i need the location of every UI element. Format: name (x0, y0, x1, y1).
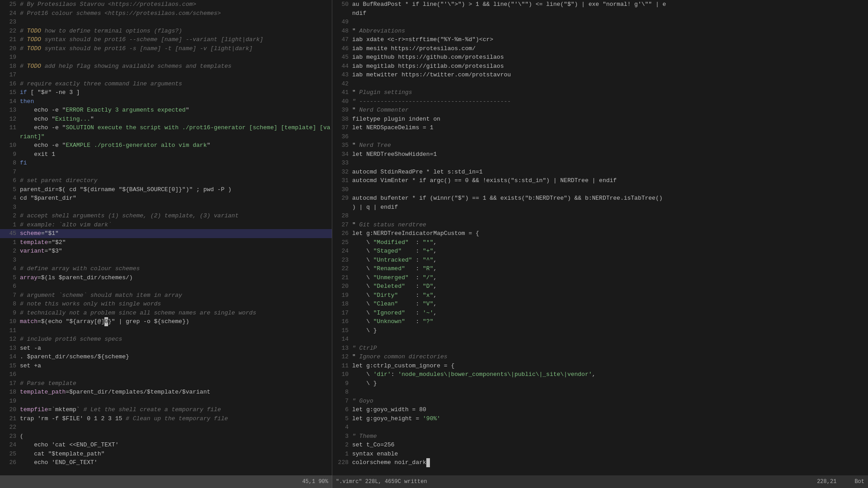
code-line: 7 # argument `scheme` should match item … (0, 291, 332, 300)
right-pane: 50 au BufReadPost * if line("'\">") > 1 … (332, 0, 868, 475)
code-line: 49 (332, 18, 868, 27)
code-line: 6 let g:goyo_width = 80 (332, 405, 868, 414)
code-line: 20 tempfile=`mktemp` # Let the shell cre… (0, 405, 332, 414)
code-line: 41 " Plugin settings (332, 88, 868, 97)
editor-container: 25 # By Protesilaos Stavrou <https://pro… (0, 0, 868, 475)
code-line-last: 228 colorscheme noir_dark (332, 458, 868, 467)
code-line: 4 # define array with colour schemes (0, 264, 332, 273)
code-line: 25 \ "Modified" : "*", (332, 238, 868, 247)
code-line: 12 " Ignore common directories (332, 352, 868, 361)
code-line: 35 " Nerd Tree (332, 141, 868, 150)
code-line: 3 " Theme (332, 432, 868, 441)
right-status-file: ".vimrc" 228L, 4659C written (336, 479, 427, 485)
code-line: 36 (332, 132, 868, 141)
code-line: 16 \ "Unknown" : "?" (332, 317, 868, 326)
status-left: 45,1 90% (0, 475, 332, 488)
code-line: 15 \ } (332, 326, 868, 335)
code-line: 11 echo -e "SOLUTION execute the script … (0, 123, 332, 132)
code-line: 18 \ "Clean" : "V", (332, 300, 868, 309)
code-line: 26 let g:NERDTreeIndicatorMapCustom = { (332, 229, 868, 238)
code-line: 42 (332, 80, 868, 89)
code-line: 15 set +a (0, 361, 332, 371)
code-line: 27 " Git status nerdtree (332, 221, 868, 230)
code-line: 5 let g:goyo_height = '90%' (332, 414, 868, 423)
code-line: 10 \ 'dir': 'node_modules\|bower_compone… (332, 370, 868, 379)
left-status-position: 45,1 90% (302, 479, 328, 485)
right-status-bot: Bot (854, 479, 864, 485)
code-line: 15 if [ "$#" -ne 3 ] (0, 88, 332, 97)
code-line: 17 (0, 70, 332, 80)
code-line: 13 set -a (0, 344, 332, 353)
code-line: ndif (332, 9, 868, 18)
left-code-area[interactable]: 25 # By Protesilaos Stavrou <https://pro… (0, 0, 332, 475)
code-line: 10 echo -e "EXAMPLE ./prot16-generator a… (0, 141, 332, 150)
code-line: 16 # require exactly three command line … (0, 80, 332, 89)
status-right: ".vimrc" 228L, 4659C written 228,21 Bot (332, 475, 868, 488)
code-line: 9 exit 1 (0, 150, 332, 159)
code-line: 34 let NERDTreeShowHidden=1 (332, 150, 868, 159)
code-line: 3 (0, 256, 332, 265)
code-line: 6 (0, 282, 332, 291)
code-line: 17 # Parse template (0, 379, 332, 388)
statusbar: 45,1 90% ".vimrc" 228L, 4659C written 22… (0, 475, 868, 488)
code-line: 22 (0, 423, 332, 432)
code-line: 2 set t_Co=256 (332, 441, 868, 450)
code-line: 23 \ "Untracked" : "^", (332, 256, 868, 265)
code-line: 23 (0, 18, 332, 27)
code-line: 9 # technically not a problem since all … (0, 309, 332, 318)
code-line: 39 " Nerd Commenter (332, 106, 868, 115)
code-line: 1 syntax enable (332, 450, 868, 459)
code-line: 11 let g:ctrlp_custom_ignore = { (332, 361, 868, 371)
code-line: 25 cat "$template_path" (0, 450, 332, 459)
code-line: 18 # TODO add help flag showing availabl… (0, 62, 332, 71)
code-line-highlighted: 45 scheme="$1" (0, 229, 332, 238)
code-line: 12 echo "Exiting..." (0, 115, 332, 124)
code-line: 14 . $parent_dir/schemes/${scheme} (0, 352, 332, 361)
code-line: 20 # TODO syntax should be prot16 -s [na… (0, 44, 332, 53)
code-line: 19 (0, 53, 332, 62)
code-line: 23 ( (0, 432, 332, 441)
code-line: 3 (0, 203, 332, 212)
code-line: 5 array=$(ls $parent_dir/schemes/) (0, 273, 332, 282)
code-line: 38 filetype plugin indent on (332, 115, 868, 124)
code-line: 7 (0, 168, 332, 177)
code-line: 29 autocmd bufenter * if (winnr("$") == … (332, 194, 868, 203)
code-line: 17 \ "Ignored" : '~', (332, 309, 868, 318)
code-line: ) | q | endif (332, 203, 868, 212)
code-line: 32 autocmd StdinReadPre * let s:std_in=1 (332, 168, 868, 177)
code-line: 25 # By Protesilaos Stavrou <https://pro… (0, 0, 332, 9)
code-line: 8 # note this works only with single wor… (0, 300, 332, 309)
code-line: 8 fi (0, 159, 332, 168)
code-line: 37 let NERDSpaceDelims = 1 (332, 123, 868, 132)
code-line: 47 iab xdate <c-r>=strftime("%Y-%m-%d")<… (332, 35, 868, 44)
right-status-position: 228,21 (817, 479, 836, 485)
code-line: 14 (332, 335, 868, 344)
code-line: 6 # set parent directory (0, 176, 332, 185)
code-line: 50 au BufReadPost * if line("'\">") > 1 … (332, 0, 868, 9)
code-line: 43 iab metwitter https://twitter.com/pro… (332, 70, 868, 80)
code-line: 14 then (0, 97, 332, 106)
code-line: 2 variant="$3" (0, 247, 332, 256)
code-line: 33 (332, 159, 868, 168)
code-line: 1 template="$2" (0, 238, 332, 247)
code-line: 20 \ "Deleted" : "D", (332, 282, 868, 291)
code-line: 11 (0, 326, 332, 335)
code-line: 9 \ } (332, 379, 868, 388)
code-line: 1 # example: `alto vim dark` (0, 221, 332, 230)
code-line: 45 iab megithub https://github.com/prote… (332, 53, 868, 62)
code-line: 24 echo 'cat <<END_OF_TEXT' (0, 441, 332, 450)
code-line: 7 " Goyo (332, 397, 868, 406)
code-line: 24 # Prot16 colour schemes <https://prot… (0, 9, 332, 18)
code-line: 40 " -----------------------------------… (332, 97, 868, 106)
code-line: 26 echo 'END_OF_TEXT' (0, 458, 332, 467)
code-line: 21 \ "Unmerged" : "/", (332, 273, 868, 282)
code-line: 22 # TODO how to define terminal options… (0, 27, 332, 36)
code-line: 4 cd "$parent_dir" (0, 194, 332, 203)
code-line: 44 iab megitlab https://gitlab.com/prote… (332, 62, 868, 71)
code-line: 18 template_path=$parent_dir/templates/$… (0, 388, 332, 397)
code-line: 31 autocmd VimEnter * if argc() == 0 && … (332, 176, 868, 185)
code-line: 22 \ "Renamed" : "R", (332, 264, 868, 273)
right-code-area[interactable]: 50 au BufReadPost * if line("'\">") > 1 … (332, 0, 868, 475)
code-line: 12 # include prot16 scheme specs (0, 335, 332, 344)
code-line: 8 (332, 388, 868, 397)
